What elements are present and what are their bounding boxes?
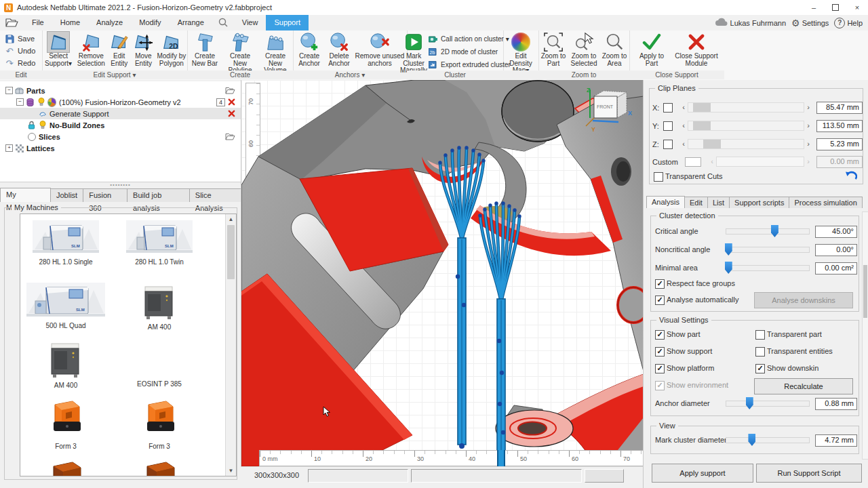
remove-selection-button[interactable]: Remove Selection [75, 32, 106, 67]
edit-density-map-button[interactable]: Edit Density Map▾ [504, 32, 538, 75]
clip-z-checkbox[interactable] [663, 140, 673, 149]
call-action-on-cluster-button[interactable]: Call action on cluster ▾ [428, 33, 511, 45]
zoom-to-part-button[interactable]: Zoom to Part [540, 32, 567, 67]
open-folder-icon[interactable] [5, 18, 18, 28]
clip-z-value[interactable]: 5.23 mm [816, 138, 863, 150]
viewport-3d[interactable]: 70 60 50 40 0 mm [241, 80, 644, 466]
gear-icon[interactable]: ⚙ [791, 18, 800, 28]
clip-x-value[interactable]: 85.47 mm [816, 102, 863, 114]
recalculate-button[interactable]: Recalculate [754, 378, 853, 394]
machine-form3-1[interactable]: Form 3 [22, 399, 110, 450]
machine-am400-2[interactable]: AM 400 [22, 342, 110, 389]
tab-build-job-analysis[interactable]: Build job analysis [127, 188, 190, 202]
redo-button[interactable]: ↷ Redo [0, 57, 35, 69]
tab-analysis[interactable]: Analysis [646, 196, 685, 208]
clip-y-value[interactable]: 113.50 mm [816, 120, 863, 132]
transparent-part-checkbox[interactable] [755, 330, 765, 340]
create-new-volume-button[interactable]: Create New Volume [259, 32, 292, 75]
transparent-cuts-checkbox[interactable] [654, 172, 663, 182]
tab-my-machines[interactable]: My Machines [0, 188, 51, 202]
menu-file[interactable]: File [24, 15, 52, 30]
anchor-diameter-slider[interactable] [726, 397, 810, 409]
delete-part-icon[interactable] [228, 98, 235, 106]
visibility-bulb-icon[interactable] [38, 121, 47, 129]
minimize-button[interactable]: – [803, 0, 825, 15]
show-platform-checkbox[interactable] [655, 364, 665, 373]
export-extruded-cluster-button[interactable]: Export extruded cluster [428, 58, 511, 71]
tab-slice-analysis[interactable]: Slice Analysis [189, 188, 241, 202]
close-support-module-button[interactable]: Close Support Module [672, 32, 721, 67]
minimal-area-value[interactable]: 0.00 cm² [815, 262, 857, 274]
clip-x-slider[interactable]: ‹› [679, 102, 812, 113]
create-new-bar-button[interactable]: Create New Bar [189, 32, 221, 67]
mark-cluster-diameter-value[interactable]: 4.72 mm [815, 434, 857, 447]
machine-list-scrollbar[interactable]: ▲ ▼ [225, 214, 236, 476]
tab-arrange[interactable]: Arrange [170, 15, 212, 30]
mark-cluster-diameter-slider[interactable] [726, 434, 810, 446]
edit-entity-button[interactable]: Edit Entity [108, 32, 130, 67]
transparent-entities-checkbox[interactable] [755, 347, 765, 357]
tab-analyze[interactable]: Analyze [88, 15, 131, 30]
collapse-icon[interactable]: − [5, 87, 13, 94]
machine-eosint-p385[interactable]: EOSINT P 385 [115, 342, 203, 388]
2d-mode-of-cluster-button[interactable]: 2b 2D mode of cluster [428, 45, 511, 58]
collapse-icon[interactable]: − [16, 98, 24, 106]
respect-face-groups-checkbox[interactable] [655, 279, 665, 289]
tree-row-generate-support[interactable]: Generate Support [0, 108, 241, 119]
mark-cluster-manually-button[interactable]: Mark Cluster Manually [400, 32, 427, 75]
reset-clip-icon[interactable] [845, 171, 857, 182]
remove-unused-anchors-button[interactable]: Remove unused anchors [354, 32, 406, 67]
anchor-diameter-value[interactable]: 0.88 mm [815, 398, 857, 410]
tab-edit[interactable]: Edit [684, 197, 708, 208]
apply-to-part-button[interactable]: Apply to Part [633, 32, 671, 67]
critical-angle-value[interactable]: 45.00° [815, 226, 857, 238]
show-downskin-checkbox[interactable] [755, 364, 765, 373]
close-button[interactable]: × [846, 0, 868, 15]
tab-list[interactable]: List [707, 197, 730, 208]
machine-280hl-twin[interactable]: SLM 280 HL 1.0 Twin [115, 220, 203, 266]
tree-row-parts[interactable]: − Parts [0, 85, 241, 96]
undo-button[interactable]: ↶ Undo [0, 45, 35, 57]
create-new-polyline-button[interactable]: Create New Polyline [222, 32, 258, 75]
clip-z-slider[interactable]: ‹› [679, 139, 812, 149]
noncritical-angle-slider[interactable] [726, 243, 810, 256]
machine-partial-1[interactable] [22, 458, 110, 476]
machine-list[interactable]: SLM 280 HL 1.0 Single SLM 280 HL 1.0 Twi… [20, 214, 237, 476]
apply-support-button[interactable]: Apply support [652, 464, 753, 483]
expand-icon[interactable]: + [5, 144, 13, 152]
tab-modify[interactable]: Modify [131, 15, 169, 30]
folder-icon[interactable] [225, 87, 235, 94]
create-anchor-button[interactable]: Create Anchor [294, 32, 324, 67]
machine-280hl-single[interactable]: SLM 280 HL 1.0 Single [22, 220, 110, 266]
modify-by-polygon-button[interactable]: 2D Modify by Polygon [157, 32, 186, 67]
show-support-checkbox[interactable] [655, 347, 665, 357]
tab-fusion-360[interactable]: Fusion 360 [83, 188, 127, 202]
noncritical-angle-value[interactable]: 0.00° [815, 244, 857, 256]
tab-joblist[interactable]: Joblist [50, 188, 83, 202]
tab-support-scripts[interactable]: Support scripts [729, 197, 789, 208]
machine-form3-2[interactable]: Form 3 [115, 399, 203, 450]
panel-scrollbar[interactable] [862, 211, 868, 460]
settings-label[interactable]: Settings [802, 19, 829, 27]
status-box[interactable] [585, 469, 624, 483]
tree-row-part[interactable]: − (100%) Fusion-Horizon-Geometry v2 4 [0, 96, 241, 108]
zoom-to-selected-button[interactable]: Zoom to Selected [568, 32, 599, 67]
critical-angle-slider[interactable] [726, 225, 810, 237]
user-name[interactable]: Lukas Fuhrmann [730, 19, 787, 27]
tab-support[interactable]: Support [266, 15, 309, 30]
clip-y-checkbox[interactable] [663, 121, 673, 131]
search-icon[interactable] [218, 17, 229, 29]
tab-home[interactable]: Home [52, 15, 88, 30]
clip-y-slider[interactable]: ‹› [679, 121, 812, 131]
tab-process-simulation[interactable]: Process simulation [789, 197, 862, 208]
minimal-area-slider[interactable] [726, 262, 810, 274]
select-support-button[interactable]: Select Support▾ [43, 32, 74, 67]
model-3d[interactable] [241, 80, 644, 466]
run-support-script-button[interactable]: Run Support Script [756, 464, 862, 483]
visibility-bulb-icon[interactable] [37, 98, 45, 106]
tree-row-no-build-zones[interactable]: No-Build Zones [0, 119, 241, 131]
folder-icon[interactable] [225, 133, 235, 140]
help-icon[interactable]: ? [834, 18, 845, 28]
save-button[interactable]: Save [0, 33, 35, 45]
tab-view[interactable]: View [234, 15, 267, 30]
